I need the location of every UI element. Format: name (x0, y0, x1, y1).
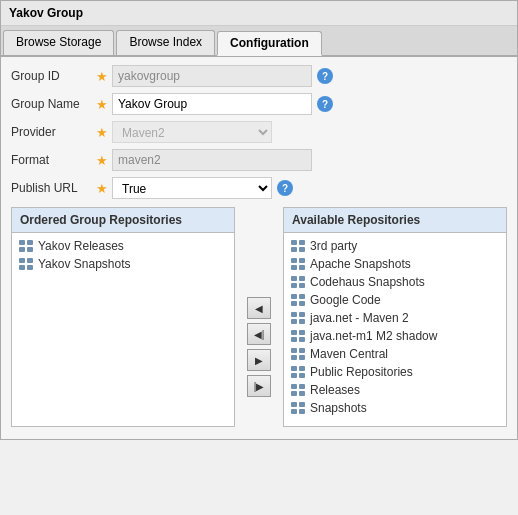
repo-icon (290, 311, 306, 325)
list-item[interactable]: Yakov Snapshots (14, 255, 232, 273)
svg-rect-20 (291, 294, 297, 299)
svg-rect-8 (291, 240, 297, 245)
main-window: Yakov Group Browse Storage Browse Index … (0, 0, 518, 440)
list-item[interactable]: Maven Central (286, 345, 504, 363)
svg-rect-36 (291, 366, 297, 371)
repo-icon (290, 401, 306, 415)
svg-rect-6 (19, 265, 25, 270)
repo-icon (290, 329, 306, 343)
provider-select[interactable]: Maven2 (112, 121, 272, 143)
svg-rect-15 (299, 265, 305, 270)
configuration-panel: Group ID ★ ? Group Name ★ ? Provider ★ M… (1, 57, 517, 439)
svg-rect-19 (299, 283, 305, 288)
group-name-row: Group Name ★ ? (11, 93, 507, 115)
svg-rect-46 (291, 409, 297, 414)
list-item[interactable]: Apache Snapshots (286, 255, 504, 273)
repo-icon (290, 383, 306, 397)
svg-rect-1 (27, 240, 33, 245)
repo-icon (290, 365, 306, 379)
repo-icon (290, 239, 306, 253)
publish-url-required: ★ (96, 181, 108, 196)
svg-rect-5 (27, 258, 33, 263)
list-item[interactable]: Snapshots (286, 399, 504, 417)
svg-rect-2 (19, 247, 25, 252)
move-left-button[interactable]: ◀ (247, 297, 271, 319)
svg-rect-32 (291, 348, 297, 353)
format-label: Format (11, 153, 96, 167)
svg-rect-30 (291, 337, 297, 342)
available-repos-title: Available Repositories (284, 208, 506, 233)
svg-rect-4 (19, 258, 25, 263)
svg-rect-44 (291, 402, 297, 407)
svg-rect-41 (299, 384, 305, 389)
repo-icon (18, 257, 34, 271)
list-item[interactable]: 3rd party (286, 237, 504, 255)
move-last-button[interactable]: |▶ (247, 375, 271, 397)
move-first-button[interactable]: ◀| (247, 323, 271, 345)
repos-section: Ordered Group Repositories Yakov Release… (11, 207, 507, 431)
tab-bar: Browse Storage Browse Index Configuratio… (1, 26, 517, 57)
svg-rect-43 (299, 391, 305, 396)
svg-rect-39 (299, 373, 305, 378)
group-name-input[interactable] (112, 93, 312, 115)
move-right-button[interactable]: ▶ (247, 349, 271, 371)
available-repos-list: 3rd party Apache Snapshots Codehaus Snap… (284, 233, 506, 421)
svg-rect-37 (299, 366, 305, 371)
svg-rect-10 (291, 247, 297, 252)
ordered-repos-panel: Ordered Group Repositories Yakov Release… (11, 207, 235, 427)
group-name-label: Group Name (11, 97, 96, 111)
group-id-input[interactable] (112, 65, 312, 87)
svg-rect-38 (291, 373, 297, 378)
list-item[interactable]: java.net-m1 M2 shadow (286, 327, 504, 345)
group-id-help-icon[interactable]: ? (317, 68, 333, 84)
svg-rect-47 (299, 409, 305, 414)
list-item[interactable]: Google Code (286, 291, 504, 309)
repo-icon (290, 275, 306, 289)
publish-url-help-icon[interactable]: ? (277, 180, 293, 196)
list-item[interactable]: Codehaus Snapshots (286, 273, 504, 291)
svg-rect-21 (299, 294, 305, 299)
window-title: Yakov Group (1, 1, 517, 26)
tab-configuration[interactable]: Configuration (217, 31, 322, 56)
provider-label: Provider (11, 125, 96, 139)
group-id-required: ★ (96, 69, 108, 84)
svg-rect-45 (299, 402, 305, 407)
group-name-help-icon[interactable]: ? (317, 96, 333, 112)
ordered-repos-title: Ordered Group Repositories (12, 208, 234, 233)
svg-rect-27 (299, 319, 305, 324)
format-required: ★ (96, 153, 108, 168)
svg-rect-22 (291, 301, 297, 306)
available-repos-panel: Available Repositories 3rd party Apache … (283, 207, 507, 427)
publish-url-select[interactable]: True False (112, 177, 272, 199)
svg-rect-11 (299, 247, 305, 252)
svg-rect-18 (291, 283, 297, 288)
svg-rect-40 (291, 384, 297, 389)
repo-icon (290, 293, 306, 307)
svg-rect-13 (299, 258, 305, 263)
group-id-label: Group ID (11, 69, 96, 83)
repo-icon (18, 239, 34, 253)
svg-rect-35 (299, 355, 305, 360)
repo-icon (290, 257, 306, 271)
tab-browse-index[interactable]: Browse Index (116, 30, 215, 55)
svg-rect-25 (299, 312, 305, 317)
repo-icon (290, 347, 306, 361)
tab-browse-storage[interactable]: Browse Storage (3, 30, 114, 55)
svg-rect-31 (299, 337, 305, 342)
svg-rect-3 (27, 247, 33, 252)
svg-rect-42 (291, 391, 297, 396)
list-item[interactable]: Public Repositories (286, 363, 504, 381)
svg-rect-12 (291, 258, 297, 263)
list-item[interactable]: Yakov Releases (14, 237, 232, 255)
list-item[interactable]: Releases (286, 381, 504, 399)
publish-url-label: Publish URL (11, 181, 96, 195)
format-input (112, 149, 312, 171)
publish-url-row: Publish URL ★ True False ? (11, 177, 507, 199)
svg-rect-17 (299, 276, 305, 281)
svg-rect-9 (299, 240, 305, 245)
transfer-buttons: ◀ ◀| ▶ |▶ (243, 267, 275, 427)
provider-required: ★ (96, 125, 108, 140)
svg-rect-26 (291, 319, 297, 324)
svg-rect-28 (291, 330, 297, 335)
list-item[interactable]: java.net - Maven 2 (286, 309, 504, 327)
